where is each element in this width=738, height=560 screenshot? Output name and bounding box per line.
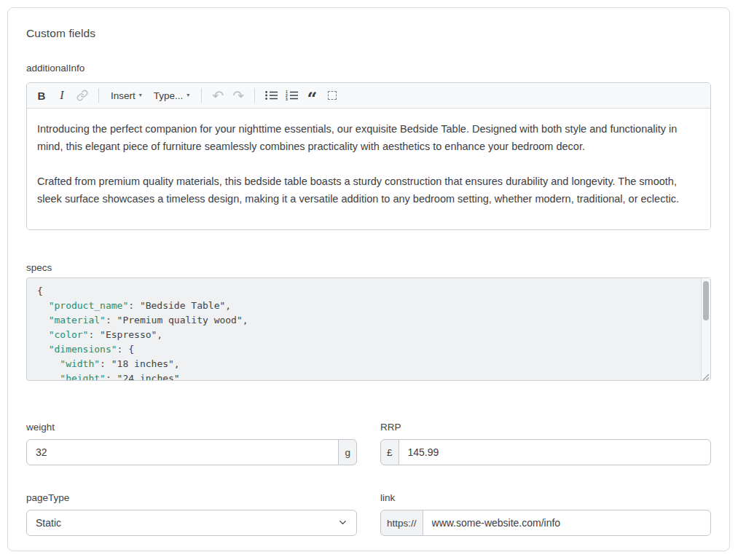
italic-button[interactable]: I [52, 85, 72, 106]
additional-info-label: additionalInfo [26, 63, 711, 74]
weight-input[interactable] [26, 439, 339, 465]
page-type-label: pageType [26, 492, 357, 503]
bullet-list-button[interactable] [261, 85, 281, 106]
caret-down-icon: ▾ [187, 92, 189, 98]
weight-label: weight [26, 422, 357, 433]
link-label: link [380, 492, 711, 503]
bullet-list-icon [265, 90, 278, 100]
bold-button[interactable]: B [31, 85, 52, 106]
specs-label: specs [26, 262, 711, 273]
fields-row-pagetype-link: pageType Static link https:// [26, 492, 711, 536]
link-input-group: https:// [380, 510, 711, 536]
ordered-list-icon: 123 [286, 90, 298, 100]
rrp-currency-prefix: £ [380, 439, 399, 465]
rrp-field: RRP £ [380, 422, 711, 465]
toolbar-divider [98, 88, 99, 103]
editor-toolbar: B I Insert ▾ Type... ▾ ↶ ↷ [27, 83, 710, 109]
fields-row-weight-rrp: weight g RRP £ [26, 422, 711, 465]
rich-text-editor: B I Insert ▾ Type... ▾ ↶ ↷ [26, 82, 711, 230]
weight-input-group: g [26, 439, 357, 465]
toolbar-divider [254, 88, 255, 103]
ordered-list-button[interactable]: 123 [281, 85, 302, 106]
link-input[interactable] [423, 510, 711, 536]
weight-unit-suffix: g [338, 439, 357, 465]
page-type-select[interactable]: Static [26, 510, 357, 536]
type-dropdown-label: Type... [154, 90, 184, 101]
page-title: Custom fields [26, 27, 711, 40]
resize-handle-icon[interactable] [701, 371, 710, 379]
link-button[interactable] [72, 85, 93, 106]
link-protocol-prefix: https:// [380, 510, 423, 536]
undo-icon: ↶ [212, 89, 224, 103]
scrollbar-thumb[interactable] [703, 281, 709, 320]
page-type-select-wrap: Static [26, 510, 357, 536]
rrp-input-group: £ [380, 439, 711, 465]
redo-icon: ↷ [232, 89, 244, 103]
container-icon [328, 91, 337, 100]
rrp-input[interactable] [399, 439, 711, 465]
rrp-label: RRP [380, 422, 711, 433]
editor-content[interactable]: Introducing the perfect companion for yo… [27, 109, 710, 229]
svg-text:3: 3 [286, 97, 288, 100]
weight-field: weight g [26, 422, 357, 465]
insert-dropdown[interactable]: Insert ▾ [105, 85, 148, 106]
link-icon [76, 90, 88, 101]
blockquote-button[interactable]: “ [302, 85, 322, 106]
undo-button[interactable]: ↶ [208, 85, 228, 106]
custom-fields-card: Custom fields additionalInfo B I Insert … [7, 7, 730, 551]
page-type-field: pageType Static [26, 492, 357, 536]
editor-paragraph: Introducing the perfect companion for yo… [37, 120, 700, 155]
redo-button[interactable]: ↷ [228, 85, 248, 106]
link-field: link https:// [380, 492, 711, 536]
scrollbar[interactable] [701, 278, 710, 380]
insert-dropdown-label: Insert [111, 90, 136, 101]
caret-down-icon: ▾ [139, 92, 142, 98]
toolbar-divider [201, 88, 202, 103]
blockquote-icon: “ [307, 95, 317, 103]
specs-code-editor[interactable]: { "product_name": "Bedside Table", "mate… [26, 277, 711, 381]
type-dropdown[interactable]: Type... ▾ [148, 85, 196, 106]
specs-code: { "product_name": "Bedside Table", "mate… [27, 278, 710, 381]
editor-paragraph: Crafted from premium quality materials, … [37, 173, 700, 208]
container-button[interactable] [322, 85, 342, 106]
